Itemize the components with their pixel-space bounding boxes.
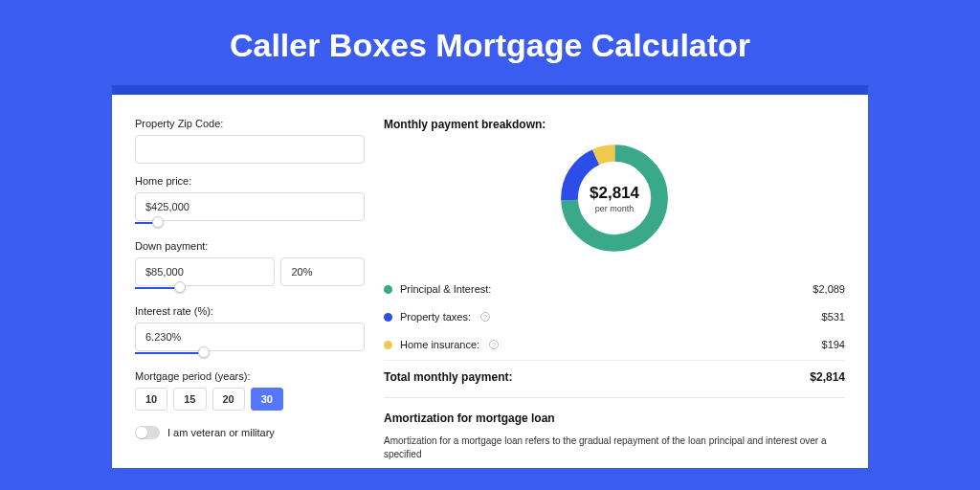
veteran-label: I am veteran or military bbox=[167, 427, 275, 438]
toggle-knob bbox=[136, 427, 147, 438]
down-slider[interactable] bbox=[135, 284, 284, 292]
donut-amount: $2,814 bbox=[590, 184, 639, 203]
zip-input[interactable] bbox=[135, 135, 365, 164]
rate-field: Interest rate (%): bbox=[135, 305, 365, 359]
breakdown-panel: Monthly payment breakdown: $2,814 per mo… bbox=[384, 118, 845, 468]
veteran-row: I am veteran or military bbox=[135, 426, 365, 439]
slider-thumb[interactable] bbox=[152, 216, 164, 228]
period-buttons: 10152030 bbox=[135, 388, 365, 411]
period-label: Mortgage period (years): bbox=[135, 370, 365, 382]
veteran-toggle[interactable] bbox=[135, 426, 160, 439]
legend-amount: $194 bbox=[822, 339, 845, 350]
slider-thumb[interactable] bbox=[174, 281, 186, 293]
legend: Principal & Interest:$2,089Property taxe… bbox=[384, 275, 845, 358]
legend-dot bbox=[384, 341, 392, 349]
rate-input[interactable] bbox=[135, 323, 365, 351]
calculator-card: Property Zip Code: Home price: Down paym… bbox=[112, 85, 868, 468]
zip-label: Property Zip Code: bbox=[135, 118, 365, 129]
donut-wrap: $2,814 per month bbox=[384, 139, 845, 257]
total-label: Total monthly payment: bbox=[384, 370, 512, 384]
inputs-panel: Property Zip Code: Home price: Down paym… bbox=[135, 118, 365, 468]
rate-slider[interactable] bbox=[135, 349, 365, 357]
price-slider[interactable] bbox=[135, 219, 365, 227]
amort-section: Amortization for mortgage loan Amortizat… bbox=[384, 397, 845, 461]
donut-sub: per month bbox=[595, 204, 635, 213]
price-field: Home price: bbox=[135, 175, 365, 229]
legend-label: Principal & Interest: bbox=[400, 283, 491, 295]
total-amount: $2,814 bbox=[810, 370, 845, 384]
period-btn-15[interactable]: 15 bbox=[173, 388, 206, 411]
breakdown-title: Monthly payment breakdown: bbox=[384, 118, 845, 131]
rate-label: Interest rate (%): bbox=[135, 305, 365, 317]
legend-label: Home insurance: bbox=[400, 339, 479, 350]
down-label: Down payment: bbox=[135, 240, 365, 252]
down-amount-input[interactable] bbox=[135, 257, 275, 286]
price-input[interactable] bbox=[135, 192, 365, 221]
down-pct-input[interactable] bbox=[280, 257, 365, 286]
period-field: Mortgage period (years): 10152030 bbox=[135, 370, 365, 411]
legend-amount: $2,089 bbox=[813, 283, 845, 295]
slider-thumb[interactable] bbox=[198, 346, 210, 358]
amort-text: Amortization for a mortgage loan refers … bbox=[384, 434, 845, 461]
legend-label: Property taxes: bbox=[400, 311, 471, 323]
amort-title: Amortization for mortgage loan bbox=[384, 412, 845, 425]
period-btn-10[interactable]: 10 bbox=[135, 388, 167, 411]
info-icon[interactable]: ? bbox=[480, 312, 490, 322]
legend-row: Property taxes:?$531 bbox=[384, 302, 845, 330]
zip-field: Property Zip Code: bbox=[135, 118, 365, 164]
legend-dot bbox=[384, 313, 392, 322]
period-btn-30[interactable]: 30 bbox=[251, 388, 283, 411]
legend-row: Home insurance:?$194 bbox=[384, 330, 845, 358]
donut-center: $2,814 per month bbox=[555, 139, 674, 257]
period-btn-20[interactable]: 20 bbox=[212, 388, 245, 411]
legend-row: Principal & Interest:$2,089 bbox=[384, 275, 845, 302]
price-label: Home price: bbox=[135, 175, 365, 187]
down-field: Down payment: bbox=[135, 240, 365, 294]
total-row: Total monthly payment: $2,814 bbox=[384, 360, 845, 397]
page-title: Caller Boxes Mortgage Calculator bbox=[0, 0, 980, 85]
legend-dot bbox=[384, 285, 392, 294]
legend-amount: $531 bbox=[822, 311, 845, 323]
donut-chart: $2,814 per month bbox=[555, 139, 674, 257]
info-icon[interactable]: ? bbox=[489, 340, 499, 349]
